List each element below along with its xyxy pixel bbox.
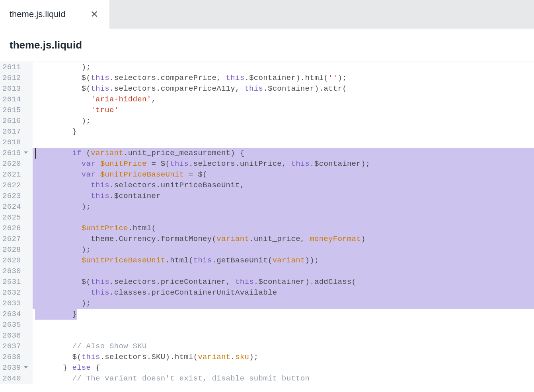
close-icon[interactable]: ✕	[89, 10, 100, 19]
code-line[interactable]: );	[33, 202, 534, 212]
line-number: 2631	[2, 277, 31, 287]
tab-bar: theme.js.liquid ✕	[0, 0, 534, 29]
line-number: 2635	[2, 320, 31, 330]
line-number: 2618	[2, 137, 31, 148]
line-number: 2625	[2, 212, 31, 223]
code-line[interactable]: $unitPriceBaseUnit.html(this.getBaseUnit…	[33, 255, 534, 266]
code-line[interactable]: $(this.selectors.comparePriceA11y, this.…	[33, 83, 534, 94]
line-number: 2624	[2, 202, 31, 212]
line-number: 2638	[2, 352, 31, 363]
filename: theme.js.liquid	[10, 39, 82, 51]
fold-chevron-icon[interactable]	[21, 363, 31, 373]
text-cursor	[35, 148, 36, 159]
line-number: 2617	[2, 126, 31, 137]
code-line[interactable]: } else {	[33, 363, 534, 373]
code-line[interactable]: var $unitPrice = $(this.selectors.unitPr…	[33, 159, 534, 169]
tab-theme-js-liquid[interactable]: theme.js.liquid ✕	[0, 0, 109, 29]
line-number: 2619	[2, 148, 31, 159]
code-line[interactable]: $(this.selectors.comparePrice, this.$con…	[33, 73, 534, 83]
code-line[interactable]: var $unitPriceBaseUnit = $(	[33, 169, 534, 180]
line-number-gutter: 2611261226132614261526162617261826192620…	[0, 62, 33, 384]
line-number: 2621	[2, 169, 31, 180]
code-line[interactable]: this.$container	[33, 191, 534, 202]
code-line[interactable]	[33, 330, 534, 341]
line-number: 2639	[2, 363, 31, 373]
code-line[interactable]	[33, 266, 534, 277]
line-number: 2614	[2, 94, 31, 105]
code-line[interactable]: this.classes.priceContainerUnitAvailable	[33, 287, 534, 298]
line-number: 2612	[2, 73, 31, 83]
fold-chevron-icon[interactable]	[21, 148, 31, 159]
code-line[interactable]: }	[33, 309, 534, 320]
line-number: 2623	[2, 191, 31, 202]
line-number: 2633	[2, 298, 31, 309]
code-line[interactable]: );	[33, 298, 534, 309]
code-line[interactable]: // Also Show SKU	[33, 341, 534, 352]
code-line[interactable]	[33, 320, 534, 330]
code-line[interactable]: 'aria-hidden',	[33, 94, 534, 105]
code-line[interactable]: $(this.selectors.SKU).html(variant.sku);	[33, 352, 534, 363]
line-number: 2632	[2, 287, 31, 298]
line-number: 2615	[2, 105, 31, 116]
line-number: 2626	[2, 223, 31, 234]
code-line[interactable]	[33, 137, 534, 148]
code-line[interactable]: }	[33, 126, 534, 137]
line-number: 2622	[2, 180, 31, 191]
line-number: 2616	[2, 116, 31, 126]
code-line[interactable]: );	[33, 245, 534, 255]
line-number: 2634	[2, 309, 31, 320]
line-number: 2613	[2, 83, 31, 94]
code-line[interactable]: $unitPrice.html(	[33, 223, 534, 234]
line-number: 2636	[2, 330, 31, 341]
filename-bar: theme.js.liquid	[0, 29, 534, 62]
code-line[interactable]: );	[33, 116, 534, 126]
code-area[interactable]: ); $(this.selectors.comparePrice, this.$…	[33, 62, 534, 384]
code-line[interactable]: $(this.selectors.priceContainer, this.$c…	[33, 277, 534, 287]
line-number: 2627	[2, 234, 31, 245]
code-line[interactable]	[33, 212, 534, 223]
code-line[interactable]: if (variant.unit_price_measurement) {	[33, 148, 534, 159]
code-editor[interactable]: 2611261226132614261526162617261826192620…	[0, 62, 534, 384]
line-number: 2637	[2, 341, 31, 352]
line-number: 2628	[2, 245, 31, 255]
line-number: 2629	[2, 255, 31, 266]
line-number: 2640	[2, 373, 31, 384]
code-line[interactable]: );	[33, 62, 534, 73]
code-line[interactable]: 'true'	[33, 105, 534, 116]
tab-label: theme.js.liquid	[10, 9, 66, 19]
line-number: 2611	[2, 62, 31, 73]
line-number: 2620	[2, 159, 31, 169]
code-line[interactable]: this.selectors.unitPriceBaseUnit,	[33, 180, 534, 191]
code-line[interactable]: theme.Currency.formatMoney(variant.unit_…	[33, 234, 534, 245]
line-number: 2630	[2, 266, 31, 277]
code-line[interactable]: // The variant doesn't exist, disable su…	[33, 373, 534, 384]
